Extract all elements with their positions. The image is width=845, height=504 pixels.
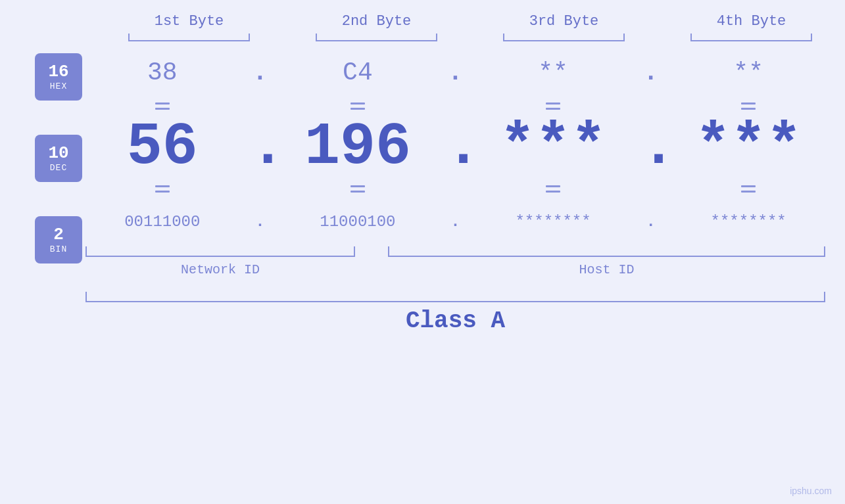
network-id-label: Network ID (85, 262, 355, 277)
bracket-byte2 (316, 32, 437, 41)
badges-column: 16 HEX 10 DEC 2 BIN (0, 48, 85, 344)
bracket-byte1 (128, 32, 250, 41)
hex-b2: C4 (292, 58, 423, 87)
watermark: ipshu.com (790, 486, 832, 496)
host-bracket (388, 246, 825, 257)
page: 1st Byte 2nd Byte 3rd Byte 4th Byte 16 H… (0, 0, 845, 504)
header-row: 1st Byte 2nd Byte 3rd Byte 4th Byte (95, 13, 845, 30)
eq1-b2 (292, 103, 423, 110)
bin-row: 00111000 . 11000100 . ******** . *******… (85, 197, 825, 246)
dec-badge: 10 DEC (35, 135, 82, 182)
byte2-header: 2nd Byte (316, 13, 437, 30)
dot-dec-3: . (641, 118, 661, 177)
dot-dec-1: . (250, 118, 270, 177)
data-rows: 38 . C4 . ** . ** (85, 48, 845, 344)
dot-hex-1: . (250, 58, 270, 87)
dot-bin-3: . (641, 213, 661, 231)
dec-b1: 56 (97, 114, 228, 181)
eq1-b4 (683, 103, 814, 110)
byte3-header: 3rd Byte (503, 13, 625, 30)
bin-badge: 2 BIN (35, 216, 82, 263)
bracket-byte3 (503, 32, 625, 41)
eq2-b3 (487, 185, 619, 193)
class-section: Class A (85, 292, 825, 344)
bracket-byte4 (690, 32, 812, 41)
network-bracket (85, 246, 355, 257)
hex-badge: 16 HEX (35, 53, 82, 101)
bin-b2: 11000100 (292, 213, 423, 231)
dec-b4: *** (683, 114, 814, 181)
bin-b1: 00111000 (97, 213, 228, 231)
dot-hex-2: . (445, 58, 465, 87)
dec-b2: 196 (292, 114, 423, 181)
id-labels-section: Network ID Host ID (85, 246, 825, 289)
equals-row-2 (85, 180, 825, 197)
bin-b3: ******** (487, 213, 619, 231)
hex-row: 38 . C4 . ** . ** (85, 48, 825, 97)
class-bracket (85, 292, 825, 302)
eq2-b1 (97, 185, 228, 193)
host-id-label: Host ID (388, 262, 825, 277)
dot-hex-3: . (641, 58, 661, 87)
eq1-b3 (487, 103, 619, 110)
dec-b3: *** (487, 114, 619, 181)
main-content: 16 HEX 10 DEC 2 BIN 38 . C4 . ** . ** (0, 48, 845, 344)
dec-row: 56 . 196 . *** . *** (85, 114, 825, 180)
eq2-b4 (683, 185, 814, 193)
eq1-b1 (97, 103, 228, 110)
eq2-b2 (292, 185, 423, 193)
class-label: Class A (85, 308, 825, 334)
hex-b4: ** (683, 58, 814, 87)
dot-dec-2: . (445, 118, 465, 177)
top-brackets (95, 32, 845, 41)
byte1-header: 1st Byte (128, 13, 250, 30)
hex-b3: ** (487, 58, 619, 87)
dot-bin-2: . (445, 213, 465, 231)
equals-row-1 (85, 97, 825, 114)
hex-b1: 38 (97, 58, 228, 87)
byte4-header: 4th Byte (690, 13, 812, 30)
dot-bin-1: . (250, 213, 270, 231)
bin-b4: ******** (683, 213, 814, 231)
